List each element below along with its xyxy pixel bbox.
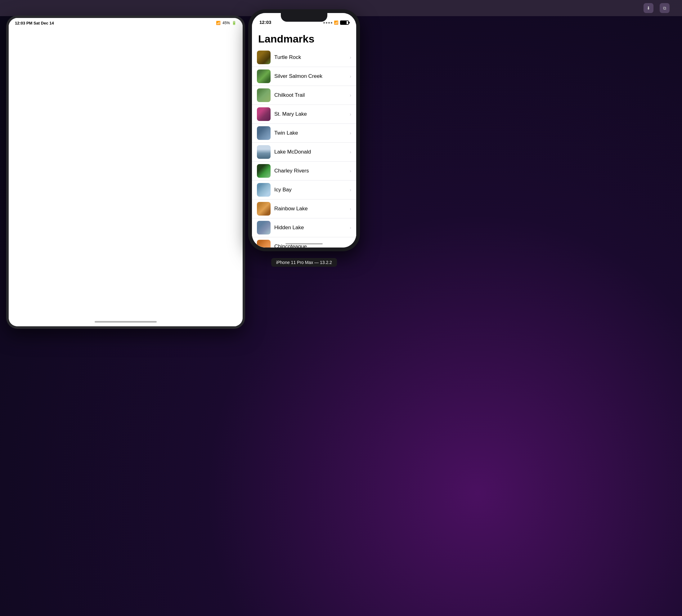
ipad-battery-icon: 🔋 — [232, 21, 236, 25]
thumbnail-charley-rivers — [257, 164, 271, 178]
list-item[interactable]: Rainbow Lake › — [252, 199, 356, 218]
toolbar-download-icon[interactable]: ⬇ — [643, 3, 654, 13]
landmark-name: Turtle Rock — [274, 54, 350, 61]
landmark-name: Twin Lake — [274, 130, 350, 136]
ipad-content — [9, 28, 243, 326]
list-item[interactable]: Lake McDonald › — [252, 143, 356, 162]
iphone-device: 12:03 📶 Landmarks Turtle Ro — [248, 9, 360, 251]
landmark-name: St. Mary Lake — [274, 111, 350, 117]
chevron-right-icon: › — [350, 225, 351, 230]
iphone-status-right: 📶 — [323, 21, 349, 25]
battery-fill — [341, 21, 347, 24]
list-item[interactable]: Charley Rivers › — [252, 162, 356, 181]
ipad-status-right: 📶 45% 🔋 — [216, 21, 236, 25]
landmark-name: Lake McDonald — [274, 149, 350, 155]
landmark-name: Rainbow Lake — [274, 206, 350, 212]
landmarks-title: Landmarks — [252, 27, 356, 48]
device-label: iPhone 11 Pro Max — 13.2.2 — [271, 258, 337, 267]
chevron-right-icon: › — [350, 93, 351, 98]
iphone-signal-dots — [323, 22, 332, 24]
iphone-home-indicator[interactable] — [286, 243, 323, 244]
list-item[interactable]: Turtle Rock › — [252, 48, 356, 67]
list-item[interactable]: Twin Lake › — [252, 124, 356, 143]
ipad-screen: 12:03 PM Sat Dec 14 📶 45% 🔋 — [9, 18, 243, 326]
iphone-scroll-content[interactable]: Landmarks Turtle Rock › Silver Salmon Cr… — [252, 27, 356, 247]
landmark-name: Icy Bay — [274, 187, 350, 193]
ipad-home-indicator[interactable] — [95, 321, 157, 323]
iphone-screen: 12:03 📶 Landmarks Turtle Ro — [252, 13, 356, 247]
chevron-right-icon: › — [350, 74, 351, 79]
chevron-right-icon: › — [350, 131, 351, 136]
ipad-battery-label: 45% — [223, 21, 230, 25]
chevron-right-icon: › — [350, 149, 351, 155]
dot3 — [328, 22, 330, 24]
thumbnail-rainbow-lake — [257, 202, 271, 216]
iphone-wifi-icon: 📶 — [334, 21, 339, 25]
list-item[interactable]: Chilkoot Trail › — [252, 86, 356, 105]
thumbnail-silver-salmon — [257, 70, 271, 83]
toolbar-window-icon[interactable]: ⧉ — [660, 3, 669, 13]
thumbnail-twin-lake — [257, 126, 271, 140]
thumbnail-lake-mcdonald — [257, 145, 271, 159]
chevron-right-icon: › — [350, 244, 351, 247]
iphone-battery-icon — [340, 21, 349, 25]
list-item[interactable]: St. Mary Lake › — [252, 105, 356, 124]
list-item[interactable]: Chincoteague › — [252, 237, 356, 247]
landmark-name: Hidden Lake — [274, 224, 350, 231]
chevron-right-icon: › — [350, 168, 351, 173]
ipad-device: 12:03 PM Sat Dec 14 📶 45% 🔋 — [6, 16, 245, 329]
landmark-name: Silver Salmon Creek — [274, 73, 350, 79]
landmark-name: Charley Rivers — [274, 168, 350, 174]
dot2 — [326, 22, 327, 24]
thumbnail-hidden-lake — [257, 221, 271, 235]
chevron-right-icon: › — [350, 55, 351, 60]
ipad-wifi-icon: 📶 — [216, 21, 221, 25]
landmark-name: Chilkoot Trail — [274, 92, 350, 98]
dot1 — [323, 22, 325, 24]
thumbnail-chilkoot — [257, 88, 271, 102]
iphone-notch — [281, 13, 327, 22]
thumbnail-chincoteague — [257, 240, 271, 247]
list-item[interactable]: Silver Salmon Creek › — [252, 67, 356, 86]
list-item[interactable]: Hidden Lake › — [252, 218, 356, 237]
thumbnail-icy-bay — [257, 183, 271, 197]
ipad-time: 12:03 PM Sat Dec 14 — [15, 21, 54, 25]
landmark-list: Turtle Rock › Silver Salmon Creek › Chil… — [252, 48, 356, 247]
chevron-right-icon: › — [350, 187, 351, 192]
thumbnail-st-mary — [257, 107, 271, 121]
ipad-status-bar: 12:03 PM Sat Dec 14 📶 45% 🔋 — [9, 18, 243, 28]
chevron-right-icon: › — [350, 206, 351, 211]
list-item[interactable]: Icy Bay › — [252, 181, 356, 199]
chevron-right-icon: › — [350, 112, 351, 117]
thumbnail-turtle-rock — [257, 51, 271, 64]
dot4 — [331, 22, 332, 24]
iphone-time: 12:03 — [259, 20, 271, 25]
